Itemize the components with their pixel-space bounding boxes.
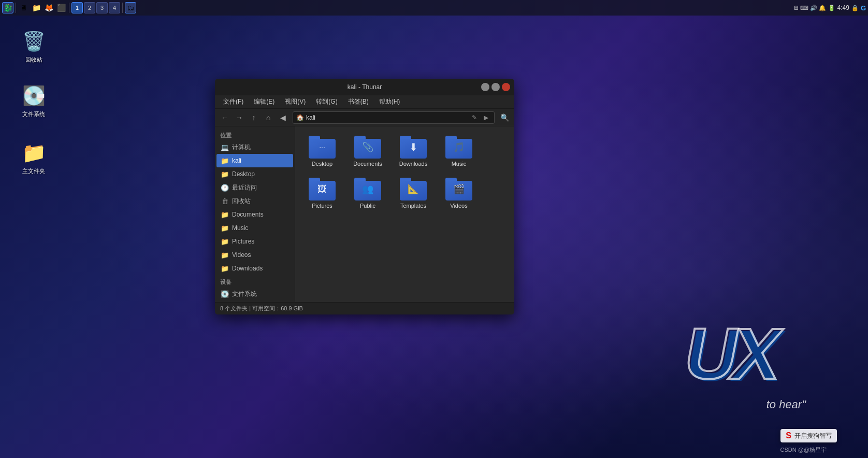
sidebar-item-kali[interactable]: 📁 kali	[216, 154, 293, 167]
templates-emblem: 📐	[408, 183, 419, 195]
file-item-public[interactable]: 👥 Public	[347, 175, 388, 212]
kali-folder-icon: 📁	[221, 157, 229, 165]
videos-folder-icon-grid: 🎬	[445, 178, 472, 201]
pictures-folder-label: Pictures	[312, 203, 332, 209]
trash-icon: 🗑️	[21, 29, 46, 54]
sougo-bar[interactable]: S 开启搜狗智写	[780, 429, 837, 442]
filesystem-icon: 💽	[21, 83, 46, 108]
up-button[interactable]: ↑	[247, 111, 261, 124]
taskbar-g-icon: G	[861, 4, 866, 12]
location-toggle[interactable]: ◀	[276, 111, 290, 124]
address-bar: 🏠 kali ✎ ▶	[293, 111, 495, 124]
taskbar-kali-icon[interactable]: 🐉	[2, 2, 13, 13]
menu-help[interactable]: 帮助(H)	[375, 96, 404, 107]
file-item-documents[interactable]: 📎 Documents	[347, 133, 388, 170]
sidebar-label-desktop: Desktop	[232, 170, 255, 178]
filesystem-label: 文件系统	[22, 110, 45, 118]
documents-emblem: 📎	[362, 141, 373, 153]
file-item-music[interactable]: 🎵 Music	[438, 133, 480, 170]
sidebar-label-documents: Documents	[232, 211, 264, 218]
workspace-2[interactable]: 2	[84, 2, 95, 13]
computer-icon: 💻	[221, 144, 229, 151]
desktop-icon-filesystem[interactable]: 💽 文件系统	[13, 80, 54, 121]
trash-sidebar-icon: 🗑	[221, 197, 229, 205]
sidebar-item-documents[interactable]: 📁 Documents	[216, 208, 293, 221]
window-title: kali - Thunar	[219, 83, 510, 91]
taskbar-files-icon[interactable]: 📁	[31, 2, 42, 13]
search-button[interactable]: 🔍	[498, 111, 511, 124]
menu-go[interactable]: 转到(G)	[312, 96, 341, 107]
taskbar-left: 🐉 🖥 📁 🦊 ⬛ 1 2 3 4 🗂	[2, 2, 792, 13]
sidebar-item-filesystem[interactable]: 💽 文件系统	[216, 287, 293, 300]
address-next-button[interactable]: ▶	[481, 112, 491, 123]
recent-icon: 🕐	[221, 184, 229, 192]
menu-file[interactable]: 文件(F)	[219, 96, 248, 107]
desktop-icon-trash[interactable]: 🗑️ 回收站	[13, 26, 54, 67]
sidebar-item-music[interactable]: 📁 Music	[216, 221, 293, 235]
sidebar-item-trash[interactable]: 🗑 回收站	[216, 194, 293, 208]
taskbar-browser-icon[interactable]: 🦊	[43, 2, 54, 13]
taskbar-thunar-icon[interactable]: 🗂	[125, 2, 136, 13]
window-titlebar: kali - Thunar	[215, 79, 514, 95]
desktop-folder-label: Desktop	[312, 161, 332, 167]
maximize-button[interactable]	[491, 83, 500, 91]
sidebar-item-recent[interactable]: 🕐 最近访问	[216, 181, 293, 194]
sidebar-label-downloads: Downloads	[232, 265, 263, 272]
taskbar-sep-1	[16, 3, 16, 13]
address-edit-button[interactable]: ✎	[469, 112, 480, 123]
workspace-3[interactable]: 3	[96, 2, 108, 13]
taskbar-screen-icon[interactable]: 🖥	[18, 2, 30, 13]
home-folder-icon: 📁	[21, 140, 46, 165]
taskbar: 🐉 🖥 📁 🦊 ⬛ 1 2 3 4 🗂 🖥 ⌨ 🔊 🔔 🔋 4:49 🔒 G	[0, 0, 868, 16]
sidebar-item-pictures[interactable]: 📁 Pictures	[216, 235, 293, 248]
desktop-icon-home[interactable]: 📁 主文件夹	[13, 137, 54, 178]
sidebar-label-filesystem: 文件系统	[232, 290, 257, 298]
file-item-downloads[interactable]: ⬇ Downloads	[393, 133, 434, 170]
documents-folder-icon-grid: 📎	[354, 136, 381, 159]
sidebar-item-videos[interactable]: 📁 Videos	[216, 248, 293, 262]
forward-button[interactable]: →	[233, 111, 246, 124]
close-button[interactable]	[502, 83, 510, 91]
sidebar-item-desktop[interactable]: 📁 Desktop	[216, 167, 293, 181]
workspace-4[interactable]: 4	[109, 2, 120, 13]
file-item-templates[interactable]: 📐 Templates	[393, 175, 434, 212]
sidebar-item-computer[interactable]: 💻 计算机	[216, 140, 293, 154]
file-grid: ··· Desktop 📎 Documents ⬇	[295, 126, 514, 302]
music-folder-label: Music	[452, 161, 467, 167]
home-button[interactable]: ⌂	[262, 111, 275, 124]
taskbar-terminal-icon[interactable]: ⬛	[55, 2, 67, 13]
taskbar-indicators: 🖥 ⌨ 🔊 🔔 🔋	[793, 5, 835, 11]
music-sidebar-icon: 📁	[221, 224, 229, 232]
file-item-pictures[interactable]: 🖼 Pictures	[301, 175, 343, 212]
menu-view[interactable]: 视图(V)	[281, 96, 310, 107]
csdn-label: CSDN @@杨星宇	[780, 446, 827, 454]
minimize-button[interactable]	[481, 83, 489, 91]
sidebar-label-pictures: Pictures	[232, 238, 254, 245]
trash-label: 回收站	[25, 56, 42, 64]
file-item-videos[interactable]: 🎬 Videos	[438, 175, 480, 212]
taskbar-time: 4:49	[837, 4, 849, 11]
toolbar: ← → ↑ ⌂ ◀ 🏠 kali ✎ ▶ 🔍	[215, 109, 514, 126]
videos-sidebar-icon: 📁	[221, 251, 229, 259]
statusbar: 8 个文件夹 | 可用空间：60.9 GiB	[215, 302, 514, 314]
public-folder-label: Public	[360, 203, 375, 209]
documents-folder-label: Documents	[353, 161, 382, 167]
desktop-folder-icon-grid: ···	[309, 136, 336, 159]
downloads-sidebar-icon: 📁	[221, 265, 229, 273]
sougo-icon: S	[786, 431, 791, 440]
menu-bookmarks[interactable]: 书签(B)	[344, 96, 373, 107]
window-controls	[481, 83, 510, 91]
workspace-1[interactable]: 1	[71, 2, 83, 13]
statusbar-text: 8 个文件夹 | 可用空间：60.9 GiB	[220, 305, 303, 312]
back-button[interactable]: ←	[218, 111, 232, 124]
menu-edit[interactable]: 编辑(E)	[250, 96, 279, 107]
address-actions: ✎ ▶	[469, 112, 491, 123]
address-text: kali	[306, 114, 467, 121]
content-area: 位置 💻 计算机 📁 kali 📁 Desktop 🕐 最近访问 🗑 回收站	[215, 126, 514, 302]
templates-folder-icon-grid: 📐	[400, 178, 427, 201]
address-home-icon: 🏠	[296, 114, 304, 121]
sidebar-item-downloads[interactable]: 📁 Downloads	[216, 262, 293, 275]
public-folder-icon-grid: 👥	[354, 178, 381, 201]
sidebar-section-places: 位置	[215, 128, 295, 140]
file-item-desktop[interactable]: ··· Desktop	[301, 133, 343, 170]
